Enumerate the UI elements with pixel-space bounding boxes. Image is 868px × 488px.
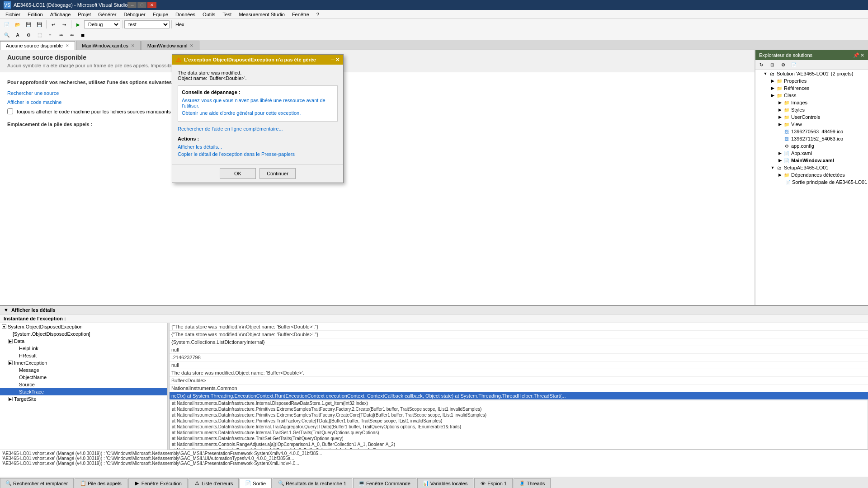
st-row-0: at NationalInstruments.DataInfrastructur… [170,400,868,406]
tab-no-source-close[interactable]: ✕ [66,43,69,48]
modal-continue-btn[interactable]: Continuer [259,168,296,179]
se-properties[interactable]: ▶ 📁 Properties [755,77,868,84]
modal-tip1-link[interactable]: Assurez-vous que vous n'avez pas libéré … [182,98,334,108]
tab-no-source[interactable]: Aucune source disponible ✕ [0,41,75,50]
maximize-button[interactable]: □ [137,2,146,8]
se-close-btn[interactable]: ✕ [860,52,864,58]
bottom-header-expand[interactable]: ▼ [4,307,9,313]
link-rechercher-source[interactable]: Rechercher une source [7,90,59,96]
se-properties-btn[interactable]: ⚙ [778,61,788,70]
menu-outils[interactable]: Outils [199,10,219,19]
se-class[interactable]: ▶ 📁 Class [755,92,868,99]
se-appxaml[interactable]: ▶ 📄 App.xaml [755,150,868,157]
exc-label-6: Message [19,367,39,373]
tb2-btn1[interactable]: 🔍 [2,31,12,40]
menu-generer[interactable]: Générer [94,10,120,19]
exc-row-6[interactable]: Message [0,366,167,374]
se-styles-icon: 📁 [783,107,790,113]
menu-help[interactable]: ? [313,10,323,19]
se-setup[interactable]: ▼ 🗂 SetupAE3465-LO01 [755,164,868,171]
menu-donnees[interactable]: Données [172,10,199,19]
redo-btn[interactable]: ↪ [59,20,69,29]
tb2-btn4[interactable]: ⬚ [34,31,44,40]
checkbox-toujours[interactable] [7,108,13,114]
se-images[interactable]: ▶ 📁 Images [755,99,868,106]
minimize-button[interactable]: ─ [127,2,137,8]
exc-row-9[interactable]: StackTrace [0,388,167,395]
modal-close-btn[interactable]: ✕ [335,57,340,63]
btab-recherche1[interactable]: 🔍 Résultats de la recherche 1 [273,478,352,488]
modal-ok-btn[interactable]: OK [220,168,256,179]
se-pin-btn[interactable]: 📌 [853,52,859,58]
tb2-btn5[interactable]: ≡ [45,31,55,40]
btab-threads[interactable]: 🧵 Threads [514,478,551,488]
open-btn[interactable]: 📂 [13,20,23,29]
undo-btn[interactable]: ↩ [48,20,58,29]
menu-fichier[interactable]: Fichier [2,10,24,19]
menu-edition[interactable]: Edition [24,10,47,19]
tab-mainwindow-xaml-close[interactable]: ✕ [190,43,193,48]
se-ico1[interactable]: 🖼 1396270563_48499.ico [755,128,868,135]
exc-expand-0: ▼ [2,324,6,329]
exc-row-3[interactable]: HelpLink [0,345,167,352]
se-solution[interactable]: ▼ 🗂 Solution 'AE3465-LO01' (2 projets) [755,70,868,77]
tab-mainwindow-cs[interactable]: MainWindow.xaml.cs ✕ [76,41,141,50]
exc-row-2[interactable]: ▶ Data [0,338,167,345]
menu-fenetre[interactable]: Fenêtre [288,10,313,19]
se-styles[interactable]: ▶ 📁 Styles [755,106,868,113]
menu-equipe[interactable]: Equipe [149,10,172,19]
se-show-files-btn[interactable]: 📄 [789,61,799,70]
exc-row-1[interactable]: [System.ObjectDisposedException] [0,330,167,338]
se-refresh-btn[interactable]: ↻ [756,61,766,70]
menu-deboger[interactable]: Déboguer [120,10,149,19]
link-afficher-code-machine[interactable]: Afficher le code machine [7,99,61,105]
se-images-expand: ▶ [777,100,783,105]
menu-affichage[interactable]: Affichage [47,10,75,19]
btab-variables[interactable]: 📊 Variables locales [417,478,473,488]
btab-erreurs[interactable]: ⚠ Liste d'erreurs [189,478,239,488]
exc-row-10[interactable]: ▶ TargetSite [0,395,167,403]
exc-row-4[interactable]: HResult [0,352,167,359]
tb2-btn2[interactable]: A [13,31,23,40]
new-file-btn[interactable]: 📄 [2,20,12,29]
config-combo[interactable]: Debug [84,20,120,28]
se-references[interactable]: ▶ 📁 Références [755,84,868,92]
project-combo[interactable]: test [124,20,170,28]
save-btn[interactable]: 💾 [24,20,33,29]
tab-mainwindow-cs-close[interactable]: ✕ [131,43,135,48]
se-output[interactable]: 📄 Sortie principale de AE3465-LO01 (A... [755,178,868,186]
modal-action1-link[interactable]: Afficher les détails... [178,144,338,150]
btab-commande[interactable]: 💻 Fenêtre Commande [353,478,416,488]
start-btn[interactable]: ▶ [73,20,83,29]
se-mainxaml[interactable]: ▶ 📄 MainWindow.xaml [755,157,868,164]
modal-help-link[interactable]: Rechercher de l'aide en ligne complément… [178,126,338,131]
se-usercontrols[interactable]: ▶ 📁 UserControls [755,113,868,121]
menu-test[interactable]: Test [219,10,235,19]
exc-row-5[interactable]: ▶ InnerException [0,359,167,366]
btab-sortie[interactable]: 📄 Sortie [240,478,272,488]
tab-mainwindow-xaml[interactable]: MainWindow.xaml ✕ [142,41,200,50]
modal-tip2-link[interactable]: Obtenir une aide d'ordre général pour ce… [182,110,334,116]
modal-minimize-btn[interactable]: ─ [331,57,335,63]
se-deps[interactable]: ▶ 📁 Dépendances détectées [755,171,868,178]
tb2-btn3[interactable]: ⚙ [24,31,33,40]
btab-execution[interactable]: ▶ Fenêtre Exécution [128,478,188,488]
btab-espion[interactable]: 👁 Espion 1 [474,478,513,488]
se-collapse-btn[interactable]: ⊟ [767,61,777,70]
tb2-btn8[interactable]: ◼ [78,31,88,40]
menu-measurement[interactable]: Measurement Studio [235,10,288,19]
exc-row-8[interactable]: Source [0,381,167,388]
se-view[interactable]: ▶ 📁 View [755,121,868,128]
modal-action2-link[interactable]: Copier le détail de l'exception dans le … [178,151,338,157]
se-appconfig[interactable]: ⚙ app.config [755,142,868,150]
se-ico2[interactable]: 🖼 1396271152_54063.ico [755,135,868,142]
exc-row-7[interactable]: ObjectName [0,374,167,381]
btab-rechercher[interactable]: 🔍 Rechercher et remplacer [0,478,74,488]
tb2-btn6[interactable]: ⇒ [56,31,66,40]
menu-projet[interactable]: Projet [74,10,94,19]
save-all-btn[interactable]: 💾 [34,20,44,29]
close-button[interactable]: ✕ [147,2,156,8]
btab-pile[interactable]: 📋 Pile des appels [75,478,127,488]
exc-row-0[interactable]: ▼ System.ObjectDisposedException [0,323,167,330]
tb2-btn7[interactable]: ⇐ [67,31,77,40]
